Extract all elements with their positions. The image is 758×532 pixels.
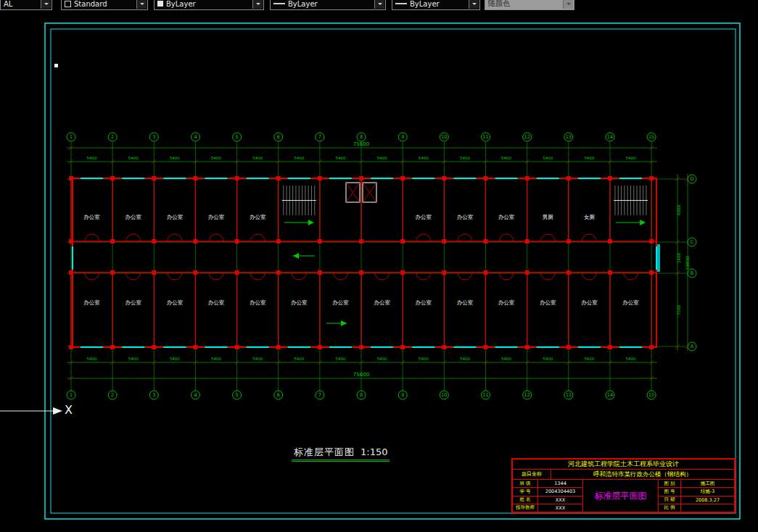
dim-text: 5400 bbox=[87, 156, 97, 160]
column bbox=[318, 345, 322, 349]
layer-combo-value: AL bbox=[1, 0, 12, 8]
room-label: 办公室 bbox=[167, 214, 184, 220]
grip-dot[interactable] bbox=[54, 64, 58, 67]
dim-text: 5400 bbox=[419, 156, 429, 160]
stair bbox=[282, 186, 316, 225]
door-swing bbox=[209, 273, 223, 280]
axis-number: 15 bbox=[648, 392, 654, 398]
dropdown-arrow-icon[interactable] bbox=[136, 0, 147, 9]
column bbox=[235, 176, 239, 180]
column bbox=[69, 239, 73, 244]
lineweight-combo[interactable]: ByLayer bbox=[392, 0, 480, 10]
dim-text: 75600 bbox=[353, 141, 369, 147]
column bbox=[235, 239, 239, 244]
room-label: 办公室 bbox=[457, 299, 474, 306]
axis-number: 10 bbox=[441, 392, 447, 398]
dim-text: 5400 bbox=[543, 357, 553, 361]
column bbox=[193, 239, 197, 244]
axis-grid bbox=[67, 142, 686, 391]
dim-text: 5400 bbox=[87, 357, 97, 361]
name-label: 姓 名 bbox=[513, 496, 538, 504]
dropdown-arrow-icon bbox=[563, 0, 573, 9]
column bbox=[276, 176, 281, 180]
column bbox=[359, 345, 363, 349]
student-id-label: 学 号 bbox=[513, 488, 538, 495]
room-label: 女厕 bbox=[584, 214, 595, 220]
dropdown-arrow-icon[interactable] bbox=[41, 0, 51, 9]
column bbox=[608, 176, 612, 180]
text-style-combo[interactable]: Standard bbox=[61, 0, 148, 10]
room-label: 办公室 bbox=[416, 214, 432, 220]
axis-number: 6 bbox=[277, 392, 280, 398]
axis-number: 3 bbox=[152, 134, 155, 140]
color-combo[interactable]: ByLayer bbox=[154, 0, 264, 10]
dim-text: 5400 bbox=[460, 156, 470, 160]
axis-letter: A bbox=[691, 344, 694, 349]
column bbox=[649, 176, 654, 180]
drawing-no-label: 图 号 bbox=[659, 488, 681, 495]
axis-number: 2 bbox=[111, 134, 114, 140]
dropdown-arrow-icon[interactable] bbox=[252, 0, 263, 9]
column bbox=[110, 239, 115, 244]
column bbox=[567, 270, 571, 275]
dim-text: 5400 bbox=[211, 156, 221, 160]
dim-text: 5400 bbox=[626, 357, 636, 361]
column bbox=[649, 239, 654, 244]
plotstyle-combo-value: 随颜色 bbox=[485, 0, 510, 9]
axis-number: 9 bbox=[401, 134, 404, 140]
room-label: 办公室 bbox=[291, 299, 308, 306]
dim-text: 5400 bbox=[252, 156, 263, 160]
door-swing bbox=[499, 234, 514, 241]
dim-text: 5400 bbox=[584, 156, 594, 160]
dropdown-arrow-icon[interactable] bbox=[469, 0, 479, 9]
titleblock-body: 班 级 1344 学 号 2004304403 姓 名 XXX 指导教师 XXX… bbox=[513, 480, 734, 512]
column bbox=[442, 270, 446, 275]
drawing-type-value: 施工图 bbox=[681, 480, 734, 487]
titleblock-left-table: 班 级 1344 学 号 2004304403 姓 名 XXX 指导教师 XXX bbox=[513, 480, 583, 512]
door-swing bbox=[540, 273, 555, 280]
axis-number: 15 bbox=[648, 134, 654, 140]
column bbox=[608, 270, 612, 275]
door-swing bbox=[624, 273, 638, 280]
axis-number: 3 bbox=[152, 392, 155, 398]
dim-text: 6900 bbox=[677, 205, 681, 215]
column bbox=[276, 270, 281, 275]
room-label: 办公室 bbox=[332, 299, 349, 306]
linetype-sample-icon bbox=[273, 3, 285, 4]
axis-number: 13 bbox=[566, 134, 572, 140]
door-swing bbox=[375, 273, 390, 280]
titleblock-right-table: 图 别 施工图 图 号 结施-3 日 期 2008.3.27 比 例 bbox=[659, 480, 734, 512]
column bbox=[442, 345, 446, 349]
column bbox=[69, 345, 73, 349]
dropdown-arrow-icon[interactable] bbox=[374, 0, 384, 9]
column bbox=[484, 176, 488, 180]
table-row: 日 期 2008.3.27 bbox=[659, 496, 734, 504]
name-value: XXX bbox=[538, 496, 582, 504]
table-row: 学 号 2004304403 bbox=[513, 488, 582, 496]
axis-number: 11 bbox=[482, 392, 488, 398]
door-swing bbox=[582, 273, 596, 280]
room-label: 办公室 bbox=[374, 299, 390, 306]
dim-text: 5400 bbox=[294, 156, 304, 160]
column bbox=[110, 176, 115, 180]
axis-number: 1 bbox=[70, 134, 73, 140]
advisor-value: XXX bbox=[538, 504, 582, 512]
table-row: 图 号 结施-3 bbox=[659, 488, 734, 496]
room-label: 办公室 bbox=[167, 299, 184, 306]
room-label: 办公室 bbox=[622, 299, 639, 306]
date-label: 日 期 bbox=[659, 496, 681, 504]
linetype-combo[interactable]: ByLayer bbox=[270, 0, 386, 10]
room-label: 办公室 bbox=[250, 214, 266, 220]
dim-text: 5400 bbox=[128, 357, 139, 361]
axis-number: 5 bbox=[236, 392, 239, 398]
table-row: 姓 名 XXX bbox=[513, 496, 582, 504]
room-label: 办公室 bbox=[125, 214, 141, 220]
axis-number: 6 bbox=[277, 134, 280, 140]
axis-number: 7 bbox=[318, 134, 321, 140]
lineweight-combo-value: ByLayer bbox=[407, 0, 440, 8]
dim-text: 2400 bbox=[677, 253, 681, 263]
plan-walls bbox=[73, 178, 660, 347]
column bbox=[525, 270, 530, 275]
column bbox=[400, 270, 405, 275]
layer-combo[interactable]: AL bbox=[0, 0, 52, 10]
